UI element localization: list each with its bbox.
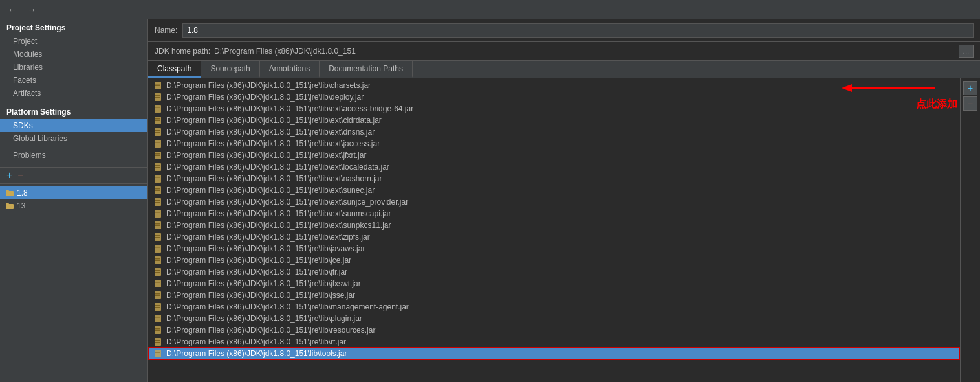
back-button[interactable]: ←	[5, 3, 19, 16]
remove-sdk-button[interactable]: −	[16, 170, 25, 181]
sdk-toolbar: + −	[0, 168, 147, 184]
file-item[interactable]: D:\Program Files (x86)\JDK\jdk1.8.0_151\…	[148, 231, 960, 243]
jar-icon	[153, 139, 162, 148]
forward-button[interactable]: →	[25, 3, 39, 16]
file-path-text: D:\Program Files (x86)\JDK\jdk1.8.0_151\…	[166, 279, 361, 288]
add-jar-button[interactable]: +	[963, 81, 977, 95]
svg-rect-12	[155, 109, 160, 109]
svg-rect-21	[155, 144, 160, 144]
sidebar-item-sdks[interactable]: SDKs	[0, 119, 147, 132]
jdk-home-label: JDK home path:	[155, 47, 210, 56]
svg-rect-29	[155, 177, 160, 178]
sidebar-item-project[interactable]: Project	[0, 35, 147, 48]
tabs-bar: Classpath Sourcepath Annotations Documen…	[148, 61, 980, 78]
file-item[interactable]: D:\Program Files (x86)\JDK\jdk1.8.0_151\…	[148, 115, 960, 126]
file-item[interactable]: D:\Program Files (x86)\JDK\jdk1.8.0_151\…	[148, 278, 960, 289]
svg-rect-59	[155, 293, 160, 295]
jar-icon	[153, 221, 162, 230]
folder-icon	[5, 188, 14, 197]
file-item[interactable]: D:\Program Files (x86)\JDK\jdk1.8.0_151\…	[148, 208, 960, 219]
sidebar-item-global-libraries[interactable]: Global Libraries	[0, 132, 147, 145]
sdk-label-1.8: 1.8	[17, 188, 28, 197]
file-item[interactable]: D:\Program Files (x86)\JDK\jdk1.8.0_151\…	[148, 150, 960, 161]
svg-rect-50	[155, 258, 160, 260]
file-item[interactable]: D:\Program Files (x86)\JDK\jdk1.8.0_151\…	[148, 289, 960, 301]
file-item[interactable]: D:\Program Files (x86)\JDK\jdk1.8.0_151\…	[148, 80, 960, 91]
jar-icon	[153, 116, 162, 125]
svg-rect-27	[155, 167, 160, 168]
tab-documentation-paths[interactable]: Documentation Paths	[320, 61, 413, 78]
file-item[interactable]: D:\Program Files (x86)\JDK\jdk1.8.0_151\…	[148, 313, 960, 324]
file-item[interactable]: D:\Program Files (x86)\JDK\jdk1.8.0_151\…	[148, 103, 960, 115]
sdk-tree-item-13[interactable]: 13	[0, 199, 147, 212]
file-path-text: D:\Program Files (x86)\JDK\jdk1.8.0_151\…	[166, 116, 382, 125]
file-item[interactable]: D:\Program Files (x86)\JDK\jdk1.8.0_151\…	[148, 91, 960, 103]
name-input[interactable]	[182, 23, 974, 38]
add-sdk-button[interactable]: +	[5, 170, 14, 181]
svg-rect-11	[155, 107, 160, 108]
svg-rect-35	[155, 200, 160, 201]
project-settings-title: Project Settings	[0, 19, 147, 35]
name-row: Name:	[148, 19, 980, 42]
top-toolbar: ← →	[0, 0, 980, 19]
svg-rect-57	[155, 284, 160, 284]
annotation-text: 点此添加	[916, 98, 957, 111]
jar-icon	[153, 104, 162, 113]
file-item[interactable]: D:\Program Files (x86)\JDK\jdk1.8.0_151\…	[148, 301, 960, 313]
svg-rect-74	[155, 352, 160, 353]
svg-rect-38	[155, 212, 160, 213]
jar-icon	[153, 337, 162, 346]
sdk-tree-item-1.8[interactable]: 1.8	[0, 186, 147, 199]
file-item[interactable]: D:\Program Files (x86)\JDK\jdk1.8.0_151\…	[148, 266, 960, 278]
file-path-text: D:\Program Files (x86)\JDK\jdk1.8.0_151\…	[166, 139, 380, 148]
file-item[interactable]: D:\Program Files (x86)\JDK\jdk1.8.0_151\…	[148, 161, 960, 173]
sidebar-item-modules[interactable]: Modules	[0, 48, 147, 61]
file-path-text: D:\Program Files (x86)\JDK\jdk1.8.0_151\…	[166, 93, 364, 102]
svg-rect-41	[155, 223, 160, 225]
jar-icon	[153, 93, 162, 102]
sidebar-item-facets[interactable]: Facets	[0, 74, 147, 87]
jar-icon	[153, 349, 162, 358]
tab-annotations[interactable]: Annotations	[260, 61, 320, 78]
file-item[interactable]: D:\Program Files (x86)\JDK\jdk1.8.0_151\…	[148, 219, 960, 231]
jar-icon	[153, 174, 162, 183]
file-path-text: D:\Program Files (x86)\JDK\jdk1.8.0_151\…	[166, 291, 355, 300]
file-item[interactable]: D:\Program Files (x86)\JDK\jdk1.8.0_151\…	[148, 336, 960, 348]
file-list-container: D:\Program Files (x86)\JDK\jdk1.8.0_151\…	[148, 78, 980, 382]
right-actions: + − 点此添加	[960, 78, 980, 382]
file-item[interactable]: D:\Program Files (x86)\JDK\jdk1.8.0_151\…	[148, 243, 960, 254]
svg-rect-68	[155, 328, 160, 330]
svg-rect-65	[155, 317, 160, 318]
file-item[interactable]: D:\Program Files (x86)\JDK\jdk1.8.0_151\…	[148, 324, 960, 336]
jar-icon	[153, 302, 162, 311]
jdk-browse-button[interactable]: ...	[959, 45, 974, 58]
svg-rect-18	[155, 132, 160, 133]
file-item[interactable]: D:\Program Files (x86)\JDK\jdk1.8.0_151\…	[148, 348, 960, 359]
file-path-text: D:\Program Files (x86)\JDK\jdk1.8.0_151\…	[166, 81, 371, 90]
jar-icon	[153, 186, 162, 195]
svg-rect-72	[155, 342, 160, 343]
sidebar-item-artifacts[interactable]: Artifacts	[0, 87, 147, 100]
remove-jar-button[interactable]: −	[963, 96, 977, 111]
tab-classpath[interactable]: Classpath	[148, 61, 201, 78]
file-item[interactable]: D:\Program Files (x86)\JDK\jdk1.8.0_151\…	[148, 126, 960, 138]
file-item[interactable]: D:\Program Files (x86)\JDK\jdk1.8.0_151\…	[148, 138, 960, 150]
file-path-text: D:\Program Files (x86)\JDK\jdk1.8.0_151\…	[166, 232, 370, 242]
file-item[interactable]: D:\Program Files (x86)\JDK\jdk1.8.0_151\…	[148, 196, 960, 208]
file-path-text: D:\Program Files (x86)\JDK\jdk1.8.0_151\…	[166, 349, 347, 358]
jar-icon	[153, 163, 162, 172]
jar-icon	[153, 314, 162, 323]
svg-rect-1	[6, 190, 9, 192]
file-item[interactable]: D:\Program Files (x86)\JDK\jdk1.8.0_151\…	[148, 173, 960, 185]
file-path-text: D:\Program Files (x86)\JDK\jdk1.8.0_151\…	[166, 337, 346, 346]
file-item[interactable]: D:\Program Files (x86)\JDK\jdk1.8.0_151\…	[148, 254, 960, 266]
sidebar-item-libraries[interactable]: Libraries	[0, 61, 147, 74]
svg-rect-36	[155, 202, 160, 203]
jar-icon	[153, 232, 162, 242]
platform-settings-title: Platform Settings	[0, 104, 147, 119]
tab-sourcepath[interactable]: Sourcepath	[201, 61, 259, 78]
svg-rect-71	[155, 340, 160, 341]
svg-rect-30	[155, 179, 160, 179]
file-item[interactable]: D:\Program Files (x86)\JDK\jdk1.8.0_151\…	[148, 185, 960, 196]
sidebar-item-problems[interactable]: Problems	[0, 149, 147, 162]
